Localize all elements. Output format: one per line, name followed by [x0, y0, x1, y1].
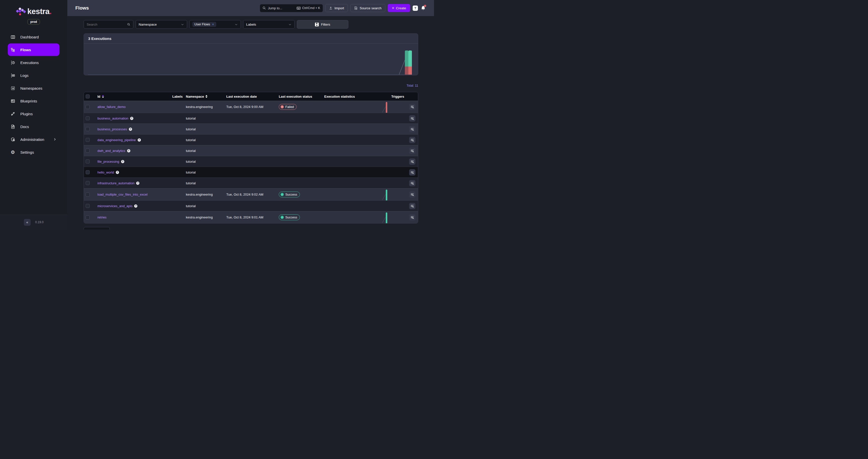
search-icon	[127, 23, 130, 26]
help-button[interactable]: ?	[413, 5, 418, 11]
trigger-logs-button[interactable]	[409, 115, 415, 122]
row-checkbox[interactable]	[86, 105, 90, 109]
chart-axis-and-trend-line	[84, 44, 418, 75]
table-row[interactable]: allow_failure_demo kestra.engineering Tu…	[84, 101, 418, 113]
table-row[interactable]: hello_world ? tutorial	[84, 167, 418, 177]
sidebar-item-label: Plugins	[20, 112, 33, 116]
sidebar-item-settings[interactable]: ⚙ Settings	[8, 146, 60, 158]
collapse-sidebar-button[interactable]: «	[24, 219, 31, 226]
flow-id-link[interactable]: retries	[97, 216, 106, 219]
kestra-logo[interactable]: kestra.	[0, 7, 67, 16]
flow-id-link[interactable]: infrastructure_automation	[97, 181, 134, 185]
table-row[interactable]: data_engineering_pipeline ? tutorial	[84, 134, 418, 145]
sidebar-item-namespaces[interactable]: Namespaces	[8, 82, 60, 94]
trigger-logs-button[interactable]	[409, 169, 415, 175]
execution-bar-1[interactable]	[408, 51, 412, 74]
jump-to-search[interactable]: Jump to... Ctrl/Cmd + K	[260, 4, 323, 12]
flow-id-link[interactable]: hello_world	[97, 170, 114, 174]
help-circle-icon[interactable]: ?	[130, 117, 133, 120]
flow-id-link[interactable]: business_processes	[97, 127, 127, 131]
row-checkbox[interactable]	[86, 170, 90, 174]
table-row[interactable]: retries kestra.engineering Tue, Oct 8, 2…	[84, 211, 418, 223]
flow-id-link[interactable]: dwh_and_analytics	[97, 149, 125, 153]
sidebar-item-logs[interactable]: Logs	[8, 69, 60, 81]
help-circle-icon[interactable]: ?	[121, 160, 124, 163]
sidebar-item-flows[interactable]: Flows	[8, 43, 60, 56]
row-checkbox[interactable]	[86, 159, 90, 163]
flow-id-link[interactable]: file_processing	[97, 160, 119, 163]
help-circle-icon[interactable]: ?	[137, 138, 141, 142]
help-circle-icon[interactable]: ?	[116, 171, 119, 174]
table-row[interactable]: business_automation ? tutorial	[84, 113, 418, 124]
flow-id-link[interactable]: data_engineering_pipeline	[97, 138, 136, 142]
trigger-logs-button[interactable]	[409, 104, 415, 110]
row-checkbox[interactable]	[86, 138, 90, 142]
trigger-logs-button[interactable]	[409, 147, 415, 154]
flow-id-link[interactable]: microservices_and_apis	[97, 204, 132, 208]
select-all-checkbox[interactable]	[86, 94, 90, 98]
failed-segment	[405, 67, 408, 74]
execution-stat-bar[interactable]	[386, 212, 387, 223]
row-checkbox[interactable]	[86, 193, 90, 197]
row-checkbox[interactable]	[86, 116, 90, 120]
sidebar-item-administration[interactable]: Administration	[8, 133, 60, 145]
sidebar-item-plugins[interactable]: Plugins	[8, 107, 60, 120]
per-page-select[interactable]	[84, 227, 110, 230]
table-row[interactable]: load_multiple_csv_files_into_excel kestr…	[84, 188, 418, 200]
help-circle-icon[interactable]: ?	[136, 182, 140, 185]
flow-id-link[interactable]: business_automation	[97, 117, 128, 120]
notifications-bell-icon[interactable]	[421, 5, 426, 11]
help-circle-icon[interactable]: ?	[134, 204, 137, 208]
trigger-logs-button[interactable]	[409, 158, 415, 165]
row-checkbox[interactable]	[86, 216, 90, 220]
filters-button[interactable]: Filters	[297, 20, 348, 29]
search-input[interactable]	[87, 23, 124, 26]
flow-id-link[interactable]: allow_failure_demo	[97, 105, 126, 109]
table-row[interactable]: file_processing ? tutorial	[84, 156, 418, 167]
labels-select[interactable]: Labels	[243, 20, 294, 29]
executions-chart[interactable]	[84, 44, 418, 75]
execution-stat-bar[interactable]	[386, 190, 387, 200]
namespaces-icon	[10, 86, 15, 91]
trigger-logs-button[interactable]	[409, 191, 415, 198]
table-row[interactable]: infrastructure_automation ? tutorial	[84, 177, 418, 188]
execution-bar-0[interactable]	[405, 51, 408, 74]
help-circle-icon[interactable]: ?	[127, 149, 130, 153]
table-row[interactable]: dwh_and_analytics ? tutorial	[84, 145, 418, 156]
executions-panel-title: 3 Executions	[84, 34, 418, 44]
sidebar-item-dashboard[interactable]: Dashboard	[8, 31, 60, 43]
namespace-select[interactable]: Namespace	[135, 20, 187, 29]
trigger-logs-button[interactable]	[409, 137, 415, 143]
row-checkbox[interactable]	[86, 149, 90, 153]
execution-stat-bar[interactable]	[386, 102, 387, 113]
table-row[interactable]: microservices_and_apis ? tutorial	[84, 200, 418, 211]
executions-bars	[405, 51, 412, 74]
trigger-logs-button[interactable]	[409, 126, 415, 132]
sidebar-item-executions[interactable]: Executions	[8, 56, 60, 69]
sort-toggle-namespace[interactable]	[206, 95, 208, 98]
sidebar-item-docs[interactable]: Docs	[8, 120, 60, 133]
create-button[interactable]: + Create	[388, 4, 410, 12]
triggers-cell	[389, 167, 418, 177]
triggers-cell	[389, 113, 418, 124]
trigger-logs-button[interactable]	[409, 180, 415, 186]
execution-statistics-cell	[323, 201, 389, 211]
row-checkbox[interactable]	[86, 127, 90, 131]
import-button[interactable]: Import	[325, 4, 348, 12]
save-icon	[315, 23, 319, 26]
execution-statistics-cell	[323, 211, 389, 223]
row-checkbox[interactable]	[86, 181, 90, 185]
trigger-logs-button[interactable]	[409, 203, 415, 209]
triggers-cell	[389, 101, 418, 113]
source-search-button[interactable]: Source search	[350, 4, 385, 12]
row-checkbox[interactable]	[86, 204, 90, 208]
scope-select[interactable]: User Flows ✕	[189, 20, 241, 29]
help-circle-icon[interactable]: ?	[129, 128, 132, 131]
sort-toggle-id[interactable]	[102, 95, 104, 98]
trigger-logs-button[interactable]	[409, 214, 415, 221]
sidebar-item-label: Docs	[20, 125, 29, 129]
close-icon[interactable]: ✕	[212, 23, 214, 26]
table-row[interactable]: business_processes ? tutorial	[84, 124, 418, 134]
flow-id-link[interactable]: load_multiple_csv_files_into_excel	[97, 193, 148, 196]
sidebar-item-blueprints[interactable]: Blueprints	[8, 95, 60, 107]
